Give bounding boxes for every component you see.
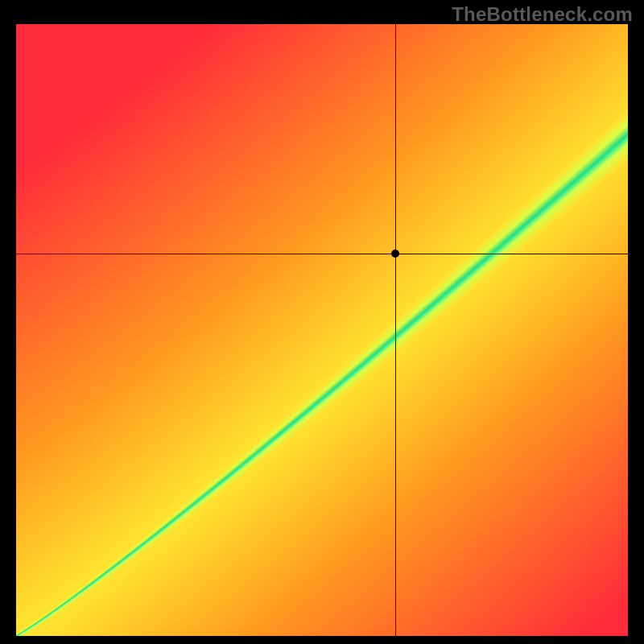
chart-frame: TheBottleneck.com: [0, 0, 644, 644]
crosshair-marker: [391, 250, 399, 258]
crosshair-horizontal: [16, 254, 628, 254]
heatmap-canvas: [16, 24, 628, 636]
crosshair-vertical: [395, 24, 396, 636]
plot-area: [16, 24, 628, 636]
watermark-text: TheBottleneck.com: [452, 3, 633, 26]
